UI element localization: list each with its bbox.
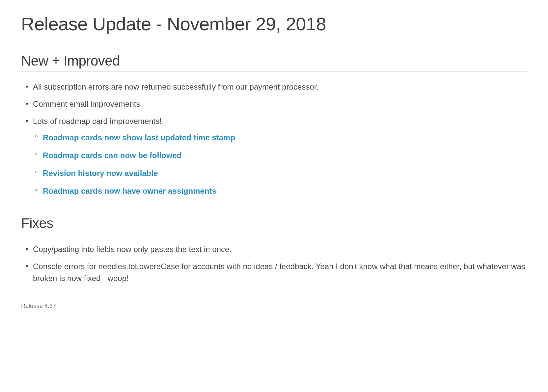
list-item: Comment email improvements	[33, 98, 527, 110]
list-item-text: Copy/pasting into fields now only pastes…	[33, 245, 232, 254]
list-item: Revision history now available	[43, 167, 527, 179]
list-item: Roadmap cards now show last updated time…	[43, 132, 527, 144]
release-version: Release 4.67	[21, 303, 527, 310]
section-heading-fixes: Fixes	[21, 215, 527, 234]
list-item: Copy/pasting into fields now only pastes…	[33, 243, 527, 255]
list-item: All subscription errors are now returned…	[33, 81, 527, 93]
section-heading-new-improved: New + Improved	[21, 53, 527, 72]
list-item: Roadmap cards can now be followed	[43, 150, 527, 161]
page-title: Release Update - November 29, 2018	[21, 13, 527, 35]
list-item: Roadmap cards now have owner assignments	[43, 185, 527, 197]
roadmap-follow-link[interactable]: Roadmap cards can now be followed	[43, 151, 181, 160]
list-item: Console errors for needles.toLowereCase …	[33, 261, 527, 284]
sublist: Roadmap cards now show last updated time…	[33, 132, 527, 197]
list-item-text: Comment email improvements	[33, 99, 140, 108]
section-new-improved: New + Improved All subscription errors a…	[21, 53, 527, 197]
new-improved-list: All subscription errors are now returned…	[21, 81, 527, 197]
list-item-text: Console errors for needles.toLowereCase …	[33, 262, 525, 283]
revision-history-link[interactable]: Revision history now available	[43, 169, 158, 178]
list-item-text: Lots of roadmap card improvements!	[33, 117, 162, 126]
roadmap-timestamp-link[interactable]: Roadmap cards now show last updated time…	[43, 133, 235, 142]
list-item: Lots of roadmap card improvements! Roadm…	[33, 115, 527, 197]
fixes-list: Copy/pasting into fields now only pastes…	[21, 243, 527, 284]
roadmap-owner-link[interactable]: Roadmap cards now have owner assignments	[43, 186, 216, 195]
list-item-text: All subscription errors are now returned…	[33, 82, 318, 91]
section-fixes: Fixes Copy/pasting into fields now only …	[21, 215, 527, 284]
